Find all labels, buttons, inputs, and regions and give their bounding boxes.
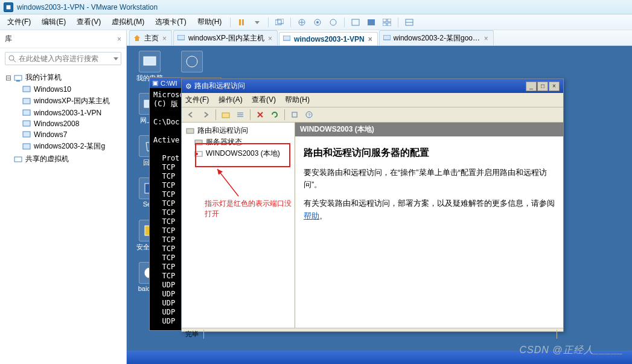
rras-icon: ⚙ — [185, 82, 192, 91]
menu-view[interactable]: 查看(V) — [72, 15, 106, 29]
rras-tree-root[interactable]: 路由和远程访问 — [184, 125, 292, 136]
svg-rect-14 — [388, 23, 391, 26]
search-icon — [8, 54, 16, 63]
chevron-down-icon[interactable] — [113, 56, 118, 61]
minimize-icon[interactable]: _ — [526, 81, 537, 91]
monitor-icon — [283, 35, 292, 43]
tree-vm-item[interactable]: windows2003-1-VPN — [13, 107, 126, 118]
close-icon[interactable]: × — [162, 34, 167, 43]
rras-config-heading: 路由和远程访问服务器的配置 — [304, 145, 555, 161]
svg-point-30 — [187, 56, 197, 67]
svg-rect-28 — [383, 35, 391, 40]
annotation-arrow — [214, 166, 244, 199]
library-tree: ⊟我的计算机 Windows10 windowsXP-国内某主机 windows… — [0, 69, 126, 168]
tab-vm2-active[interactable]: windows2003-1-VPN× — [279, 32, 378, 45]
svg-rect-0 — [6, 5, 11, 10]
guest-desktop[interactable]: 我的电脑 网上邻 回收 Serv 安全配置 baiduyu ▣C:\WI Mic… — [127, 46, 632, 364]
watermark: CSDN @正经人_____ — [519, 344, 624, 357]
back-icon[interactable] — [185, 109, 197, 121]
tab-home[interactable]: 主页× — [129, 30, 172, 45]
svg-rect-13 — [383, 23, 386, 26]
svg-rect-10 — [368, 19, 375, 25]
svg-rect-18 — [16, 80, 20, 81]
window-title: windows2003-1-VPN - VMware Workstation — [17, 3, 158, 11]
help-link[interactable]: 帮助 — [304, 211, 319, 220]
library-pane: 库 × ⊟我的计算机 Windows10 windowsXP-国内某主机 win… — [0, 30, 127, 364]
tab-vm3[interactable]: windows2003-2-某国google...× — [379, 30, 494, 45]
stretch-icon[interactable] — [402, 16, 417, 29]
tab-vm1[interactable]: windowsXP-国内某主机× — [173, 30, 278, 45]
rras-toolbar: ? — [182, 107, 563, 123]
menu-help[interactable]: 帮助(H) — [193, 15, 227, 29]
delete-icon[interactable] — [254, 109, 266, 121]
snapshot-revert-icon[interactable] — [326, 16, 340, 29]
thumbnail-icon[interactable] — [380, 16, 394, 29]
properties-icon[interactable] — [289, 109, 301, 121]
tree-my-computer[interactable]: ⊟我的计算机 — [5, 71, 126, 84]
close-icon[interactable]: × — [268, 34, 272, 43]
pause-icon[interactable] — [234, 16, 249, 29]
monitor-icon — [177, 34, 186, 43]
refresh-icon[interactable] — [269, 109, 281, 121]
close-icon[interactable]: × — [368, 35, 372, 43]
annotation-text: 指示灯是红色的表示端口没打开 — [205, 199, 295, 219]
desktop-icon-network[interactable] — [174, 51, 210, 74]
tree-vm-item[interactable]: Windows10 — [13, 84, 126, 95]
rras-window[interactable]: ⚙路由和远程访问 _ □ × 文件(F) 操作(A) 查看(V) 帮助(H) — [181, 78, 564, 332]
menu-edit[interactable]: 编辑(E) — [37, 15, 71, 29]
svg-rect-36 — [292, 112, 297, 117]
svg-rect-4 — [278, 19, 284, 24]
library-search-input[interactable] — [19, 54, 113, 63]
rras-detail-header: WINDOWS2003 (本地) — [295, 123, 563, 136]
rras-titlebar[interactable]: ⚙路由和远程访问 _ □ × — [182, 79, 563, 93]
svg-rect-24 — [23, 144, 30, 149]
svg-rect-12 — [388, 19, 391, 22]
svg-rect-17 — [14, 75, 22, 80]
server-icon — [185, 127, 195, 135]
list-icon[interactable] — [234, 109, 246, 121]
rras-menu-file[interactable]: 文件(F) — [185, 95, 209, 104]
rras-tree-pane: 路由和远程访问 服务器状态 WINDOWS2003 (本地) 指示灯是红色的表示… — [182, 123, 295, 328]
maximize-icon[interactable]: □ — [537, 81, 548, 91]
close-icon[interactable]: × — [549, 81, 560, 91]
forward-icon[interactable] — [200, 109, 212, 121]
app-icon — [4, 2, 13, 12]
cmd-icon: ▣ — [152, 79, 158, 87]
snapshot-icon[interactable] — [295, 16, 309, 29]
close-icon[interactable]: × — [484, 34, 488, 43]
folder-icon[interactable] — [220, 109, 232, 121]
rras-menu-help[interactable]: 帮助(H) — [285, 95, 310, 104]
library-title: 库 — [5, 34, 12, 44]
dropdown-icon[interactable] — [250, 16, 264, 29]
svg-rect-20 — [23, 98, 30, 104]
tree-vm-item[interactable]: Windows2008 — [13, 118, 126, 129]
svg-rect-35 — [222, 113, 229, 118]
cmd-title: C:\WI — [161, 80, 177, 87]
svg-rect-11 — [383, 19, 386, 22]
annotation-red-box — [195, 143, 290, 167]
send-cad-icon[interactable] — [272, 16, 287, 29]
library-close-icon[interactable]: × — [117, 35, 121, 43]
menu-vm[interactable]: 虚拟机(M) — [107, 15, 149, 29]
tree-vm-item[interactable]: Windows7 — [13, 129, 126, 140]
svg-rect-21 — [23, 110, 30, 115]
tree-vm-item[interactable]: windowsXP-国内某主机 — [13, 95, 126, 107]
svg-point-7 — [316, 21, 319, 24]
tree-vm-item[interactable]: windows2003-2-某国g — [13, 140, 126, 153]
snapshot-manager-icon[interactable] — [310, 16, 325, 29]
fullscreen-icon[interactable] — [348, 16, 363, 29]
rras-config-p2: 有关安装路由和远程访问，部署方案，以及疑难解答的更多信息，请参阅帮助。 — [304, 197, 555, 223]
tree-shared-vms[interactable]: 共享的虚拟机 — [5, 153, 126, 165]
svg-rect-22 — [23, 121, 30, 126]
rras-menu-action[interactable]: 操作(A) — [219, 95, 243, 104]
library-search-box[interactable] — [5, 52, 121, 65]
menu-tabs[interactable]: 选项卡(T) — [150, 15, 191, 29]
status-text: 完毕 — [185, 330, 204, 339]
unity-icon[interactable] — [364, 16, 378, 29]
rras-menu-view[interactable]: 查看(V) — [252, 95, 276, 104]
svg-rect-25 — [14, 157, 22, 162]
rras-detail-pane: WINDOWS2003 (本地) 路由和远程访问服务器的配置 要安装路由和远程访… — [295, 123, 563, 328]
help-icon[interactable]: ? — [303, 109, 315, 121]
svg-rect-1 — [239, 19, 241, 25]
menu-file[interactable]: 文件(F) — [2, 15, 36, 29]
